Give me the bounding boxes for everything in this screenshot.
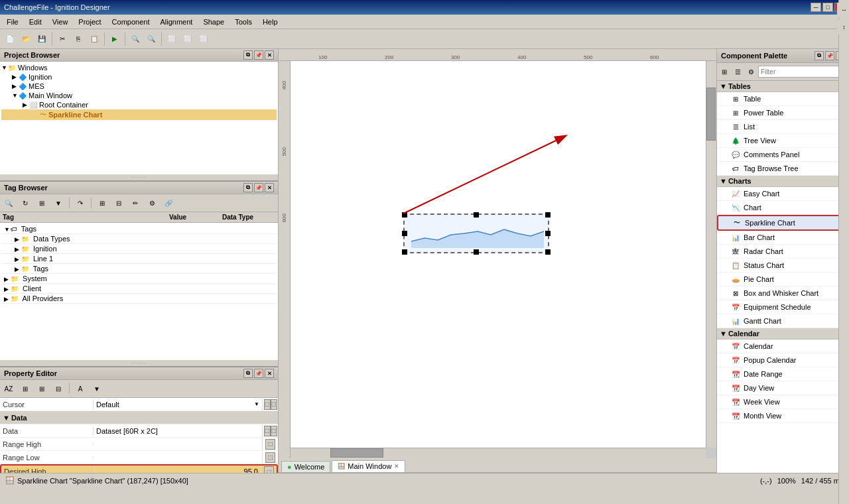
palette-section-calendar-header[interactable]: ▼Calendar xyxy=(717,328,849,340)
tag-browser-close[interactable]: ✕ xyxy=(265,183,274,192)
palette-settings[interactable]: ⚙ xyxy=(745,64,757,79)
tag-row-system[interactable]: ▶📁 System xyxy=(1,274,277,284)
palette-section-tables-header[interactable]: ▼Tables xyxy=(717,81,849,92)
scrollbar-thumb-h[interactable] xyxy=(330,448,383,458)
tag-action1[interactable]: ⊞ xyxy=(95,196,109,210)
maximize-button[interactable]: □ xyxy=(822,3,833,12)
project-browser-resize[interactable]: ··········· xyxy=(0,174,278,180)
sparkline-chart-component[interactable] xyxy=(403,214,549,253)
palette-item-popup-calendar[interactable]: 📅 Popup Calendar xyxy=(717,353,849,367)
menu-shape[interactable]: Shape xyxy=(198,17,229,27)
palette-item-box-whisker-chart[interactable]: ⊠ Box and Whisker Chart xyxy=(717,286,849,300)
palette-item-month-view[interactable]: 📆 Month View xyxy=(717,409,849,423)
palette-item-tree-view[interactable]: 🌲 Tree View xyxy=(717,134,849,148)
align-right-button[interactable]: ⬜ xyxy=(196,32,211,46)
prop-value-desired-high[interactable]: 95.0 xyxy=(94,467,261,473)
resize-handle-mr[interactable] xyxy=(545,231,551,236)
tree-item-ignition[interactable]: ▶ 🔷 Ignition xyxy=(1,72,277,82)
save-button[interactable]: 💾 xyxy=(34,32,49,46)
prop-data-btn1[interactable]: ⬚ xyxy=(264,426,271,436)
scrollbar-thumb-v[interactable] xyxy=(706,88,716,141)
menu-view[interactable]: View xyxy=(47,17,74,27)
tag-browser-popout[interactable]: ⧉ xyxy=(243,183,253,192)
menu-help[interactable]: Help xyxy=(257,17,283,27)
align-left-button[interactable]: ⬜ xyxy=(164,32,179,46)
tag-refresh-button[interactable]: ↻ xyxy=(18,196,33,210)
project-browser-pin[interactable]: 📌 xyxy=(254,50,263,60)
palette-item-date-range[interactable]: 📆 Date Range xyxy=(717,367,849,381)
prop-cursor-btn2[interactable]: ⬚ xyxy=(271,399,277,410)
palette-item-gantt-chart[interactable]: 📊 Gantt Chart xyxy=(717,314,849,328)
menu-file[interactable]: File xyxy=(1,17,24,27)
tree-item-main-window[interactable]: ▼ 🔷 Main Window xyxy=(1,91,277,100)
tag-browser-pin[interactable]: 📌 xyxy=(254,183,263,192)
tag-row-ignition[interactable]: ▶📁 Ignition xyxy=(1,244,277,254)
tab-main-window[interactable]: 🪟 Main Window ✕ xyxy=(332,460,405,472)
resize-handle-ml[interactable] xyxy=(402,231,407,236)
tag-action2[interactable]: ⊟ xyxy=(111,196,126,210)
tag-row-datatypes[interactable]: ▶📁 Data Types xyxy=(1,234,277,244)
resize-handle-tc[interactable] xyxy=(474,212,479,218)
design-canvas[interactable] xyxy=(291,61,716,458)
tag-row-tags2[interactable]: ▶📁 Tags xyxy=(1,264,277,274)
menu-component[interactable]: Component xyxy=(107,17,155,27)
menu-project[interactable]: Project xyxy=(73,17,106,27)
palette-item-pie-chart[interactable]: 🥧 Pie Chart xyxy=(717,273,849,286)
property-editor-close[interactable]: ✕ xyxy=(265,369,274,378)
paste-button[interactable]: 📋 xyxy=(87,32,101,46)
minimize-button[interactable]: ─ xyxy=(811,3,821,12)
palette-item-chart[interactable]: 📉 Chart xyxy=(717,201,849,215)
vertical-scrollbar[interactable] xyxy=(706,61,716,448)
tag-row-allproviders[interactable]: ▶📁 All Providers xyxy=(1,294,277,304)
tree-item-root-container[interactable]: ▶ ⬜ Root Container xyxy=(1,100,277,109)
palette-popout[interactable]: ⧉ xyxy=(815,51,824,60)
prop-range-low-btn[interactable]: ⬚ xyxy=(265,452,275,463)
run-button[interactable]: ▶ xyxy=(107,32,122,46)
tag-action3[interactable]: ✏ xyxy=(128,196,143,210)
tag-browser-resize[interactable]: ··········· xyxy=(0,360,278,366)
new-button[interactable]: 📄 xyxy=(3,32,17,46)
prop-sort-category[interactable]: ⊞ xyxy=(18,381,33,396)
prop-desired-high-btn[interactable]: ⬚ xyxy=(264,466,274,473)
tag-search-button[interactable]: 🔍 xyxy=(1,196,16,210)
resize-handle-tr[interactable] xyxy=(545,212,551,218)
copy-button[interactable]: ⎘ xyxy=(71,32,86,46)
palette-list-view[interactable]: ☰ xyxy=(732,64,744,79)
zoom-out-button[interactable]: 🔍 xyxy=(144,32,159,46)
palette-item-power-table[interactable]: ⊞ Power Table xyxy=(717,106,849,120)
palette-pin[interactable]: 📌 xyxy=(825,51,834,60)
resize-handle-bl[interactable] xyxy=(402,249,407,255)
resize-handle-tl[interactable] xyxy=(402,212,407,218)
prop-btn3[interactable]: A xyxy=(73,381,88,396)
zoom-in-button[interactable]: 🔍 xyxy=(128,32,143,46)
resize-handle-bc[interactable] xyxy=(474,249,479,255)
palette-item-table[interactable]: ⊞ Table xyxy=(717,92,849,106)
palette-item-list[interactable]: ☰ List xyxy=(717,120,849,134)
tree-item-mes[interactable]: ▶ 🔷 MES xyxy=(1,82,277,91)
property-editor-pin[interactable]: 📌 xyxy=(254,369,263,378)
menu-alignment[interactable]: Alignment xyxy=(155,17,198,27)
prop-btn1[interactable]: ⊞ xyxy=(34,381,49,396)
palette-section-charts-header[interactable]: ▼Charts xyxy=(717,176,849,187)
palette-item-tag-browse-tree[interactable]: 🏷 Tag Browse Tree xyxy=(717,162,849,176)
prop-range-high-btn[interactable]: ⬚ xyxy=(265,439,275,450)
align-center-button[interactable]: ⬜ xyxy=(180,32,195,46)
palette-item-bar-chart[interactable]: 📊 Bar Chart xyxy=(717,231,849,245)
horizontal-scrollbar[interactable] xyxy=(291,448,706,458)
palette-item-day-view[interactable]: 📆 Day View xyxy=(717,381,849,395)
menu-tools[interactable]: Tools xyxy=(229,17,257,27)
palette-side-btn1[interactable]: ↔ xyxy=(837,3,850,17)
prop-value-data[interactable]: Dataset [60R x 2C] xyxy=(93,426,262,436)
palette-item-status-chart[interactable]: 📋 Status Chart xyxy=(717,259,849,273)
palette-side-btn2[interactable]: ↕ xyxy=(837,20,850,34)
palette-item-comments-panel[interactable]: 💬 Comments Panel xyxy=(717,148,849,162)
tag-action4[interactable]: ⚙ xyxy=(145,196,159,210)
palette-item-week-view[interactable]: 📆 Week View xyxy=(717,395,849,409)
prop-value-range-high[interactable] xyxy=(93,444,262,445)
tree-item-sparkline-chart[interactable]: 〜 Sparkline Chart xyxy=(1,109,277,120)
palette-item-equipment-schedule[interactable]: 📅 Equipment Schedule xyxy=(717,300,849,314)
tab-welcome[interactable]: ● Welcome xyxy=(281,461,330,472)
project-browser-close[interactable]: ✕ xyxy=(265,50,274,60)
tag-view-button[interactable]: ⊞ xyxy=(34,196,49,210)
palette-item-sparkline-chart[interactable]: 〜 Sparkline Chart xyxy=(717,215,849,231)
